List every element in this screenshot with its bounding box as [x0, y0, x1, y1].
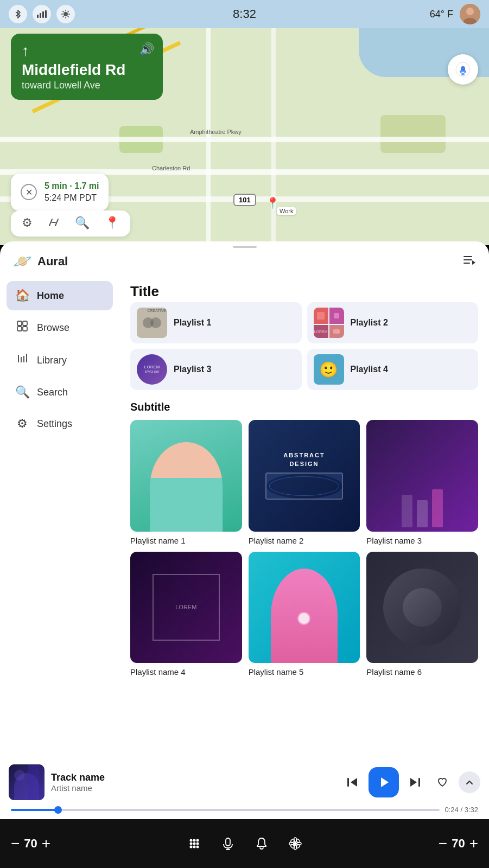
queue-button[interactable] [462, 253, 476, 270]
map-search-button[interactable]: 🔍 [75, 216, 90, 231]
nav-sound-icon[interactable]: 🔊 [139, 42, 154, 56]
featured-grid-row1: Playlist name 1 ABSTRACT DESIGN [130, 420, 478, 545]
svg-rect-26 [23, 321, 27, 326]
featured-card-5[interactable]: Playlist name 5 [249, 552, 360, 677]
playlist-card-1[interactable]: CREATIVE Playlist 1 [130, 302, 302, 343]
progress-fill [11, 809, 58, 811]
vol-right-plus[interactable]: + [469, 835, 478, 852]
player-artist-name: Artist name [51, 783, 335, 793]
svg-rect-18 [461, 68, 465, 72]
playlist-thumb-2: LOREM [314, 308, 344, 338]
app-name: Aural [37, 254, 68, 269]
featured-name-6: Playlist name 6 [366, 667, 478, 676]
svg-rect-2 [42, 11, 44, 18]
vol-left-minus[interactable]: − [11, 835, 20, 852]
featured-card-6[interactable]: Playlist name 6 [366, 552, 478, 677]
app-logo: 🪐 Aural [13, 252, 68, 270]
grid-icon-button[interactable] [182, 832, 206, 856]
road-label-amphitheatre: Amphitheatre Pkwy [190, 129, 242, 135]
sidebar-label-browse: Browse [37, 322, 69, 334]
app-logo-icon: 🪐 [13, 252, 32, 270]
flower-icon-button[interactable] [283, 832, 307, 856]
vol-right-control: − 70 + [439, 835, 478, 852]
drag-handle[interactable] [233, 246, 257, 248]
svg-point-50 [294, 842, 297, 845]
main-content: 🏠 Home Browse [0, 276, 489, 756]
home-icon: 🏠 [15, 289, 29, 303]
svg-point-41 [189, 843, 192, 845]
svg-line-11 [68, 11, 69, 12]
avatar[interactable] [460, 4, 480, 24]
svg-rect-1 [40, 13, 41, 18]
sidebar-label-search: Search [37, 387, 68, 398]
svg-point-14 [466, 8, 474, 15]
expand-button[interactable] [459, 771, 480, 793]
playlist-card-2[interactable]: LOREM Playlist 2 [307, 302, 479, 343]
eta-card: ✕ 5 min · 1.7 mi 5:24 PM PDT [11, 174, 109, 211]
featured-card-1[interactable]: Playlist name 1 [130, 420, 242, 545]
featured-card-4[interactable]: LOREM Playlist name 4 [130, 552, 242, 677]
playlist-card-4[interactable]: 🙂 Playlist 4 [307, 349, 479, 390]
brightness-icon[interactable] [56, 5, 75, 23]
map-location-button[interactable]: 📍 [105, 216, 119, 231]
library-icon [15, 353, 29, 368]
settings-icon: ⚙ [15, 417, 29, 431]
svg-marker-35 [381, 777, 389, 787]
play-button[interactable] [369, 767, 399, 797]
search-icon: 🔍 [15, 385, 29, 399]
nav-toward: toward Lowell Ave [22, 80, 152, 91]
sidebar-label-settings: Settings [37, 418, 72, 430]
bell-icon-button[interactable] [250, 832, 274, 856]
svg-point-44 [189, 846, 192, 848]
map-mic-button[interactable] [448, 54, 478, 85]
featured-img-4: LOREM [130, 552, 242, 663]
vol-left-plus[interactable]: + [42, 835, 50, 852]
app-panel: 🪐 Aural 🏠 Home [0, 241, 489, 760]
vol-right-minus[interactable]: − [439, 835, 447, 852]
section-subtitle: Subtitle [130, 401, 478, 413]
sidebar-item-search[interactable]: 🔍 Search [7, 378, 113, 407]
playlist-card-3[interactable]: LOREMIPSUM Playlist 3 [130, 349, 302, 390]
svg-point-46 [196, 846, 199, 848]
playlist-thumb-4: 🙂 [314, 354, 344, 385]
player-main: Track name Artist name [9, 764, 480, 800]
sidebar-item-library[interactable]: Library [7, 345, 113, 375]
svg-rect-27 [17, 327, 22, 331]
featured-card-2[interactable]: ABSTRACT DESIGN Playlist name 2 [249, 420, 360, 545]
svg-rect-3 [45, 10, 47, 18]
road-label-charleston: Charleston Rd [152, 165, 190, 171]
mic-icon-button[interactable] [216, 832, 240, 856]
progress-time: 0:24 / 3:32 [445, 806, 478, 814]
status-bar: 8:32 64° F [0, 0, 489, 28]
featured-img-1 [130, 420, 242, 532]
featured-name-2: Playlist name 2 [249, 536, 360, 545]
map-routes-button[interactable] [48, 216, 60, 231]
next-button[interactable] [404, 771, 426, 793]
svg-point-4 [63, 12, 68, 16]
map-park-1 [380, 115, 446, 153]
progress-track[interactable] [11, 809, 440, 811]
sidebar: 🏠 Home Browse [0, 276, 119, 756]
eta-arrival: 5:24 PM PDT [45, 192, 99, 204]
player-bar: Track name Artist name [0, 758, 489, 819]
eta-duration: 5 min · 1.7 mi [45, 180, 99, 192]
sidebar-item-browse[interactable]: Browse [7, 312, 113, 343]
sidebar-item-home[interactable]: 🏠 Home [7, 281, 113, 310]
svg-marker-24 [472, 260, 475, 265]
svg-point-45 [193, 846, 195, 848]
like-button[interactable] [431, 771, 453, 793]
sidebar-item-settings[interactable]: ⚙ Settings [7, 409, 113, 438]
bluetooth-icon[interactable] [9, 5, 27, 23]
map-settings-button[interactable]: ⚙ [22, 216, 33, 231]
featured-card-3[interactable]: Playlist name 3 [366, 420, 478, 545]
work-pin: 📍 Work [266, 196, 296, 215]
eta-close-button[interactable]: ✕ [21, 184, 37, 200]
svg-point-39 [193, 839, 195, 842]
svg-point-38 [189, 839, 192, 842]
sidebar-label-library: Library [37, 355, 67, 366]
featured-name-3: Playlist name 3 [366, 536, 478, 545]
svg-point-40 [196, 839, 199, 842]
playlist-thumb-3: LOREMIPSUM [137, 354, 167, 385]
system-icons [182, 832, 307, 856]
prev-button[interactable] [341, 771, 363, 793]
